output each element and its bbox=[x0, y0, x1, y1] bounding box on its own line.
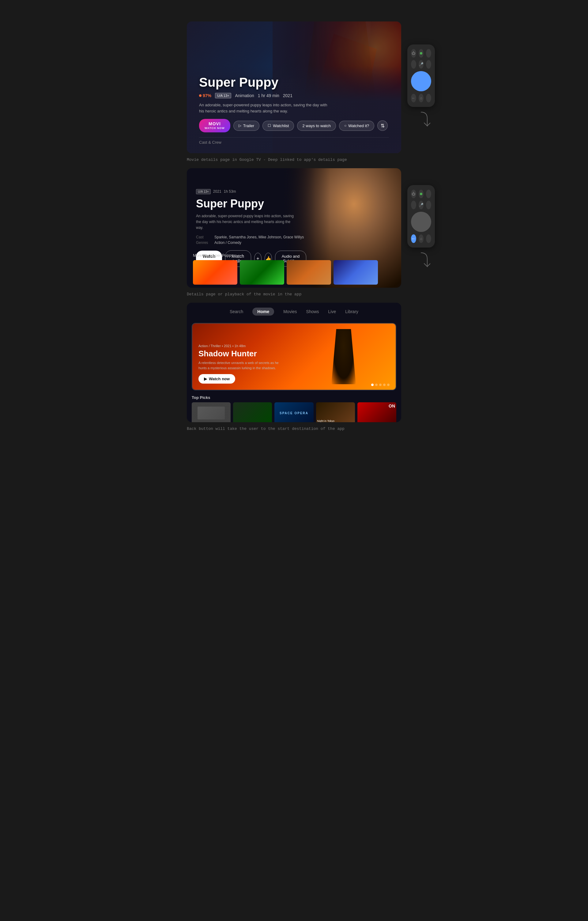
arrow-down-1 bbox=[412, 111, 430, 130]
remote-blank-2 bbox=[411, 60, 416, 68]
watched-it-button[interactable]: ○ Watched it? bbox=[339, 121, 374, 131]
thumb-4[interactable] bbox=[333, 260, 378, 285]
section2-area: U/A 13+ 2021 1h 53m Super Puppy An adora… bbox=[187, 168, 435, 288]
back-arrow-icon: ← bbox=[411, 236, 416, 241]
thumbnails-row bbox=[193, 260, 395, 285]
section1-wrapper: Super Puppy 97% U/A 13+ Animation 1 hr 4… bbox=[187, 21, 435, 168]
pick-thumb-5[interactable]: ON bbox=[357, 402, 396, 422]
dot-3 bbox=[379, 384, 382, 386]
more-like-title: More like Super Puppy bbox=[193, 253, 395, 258]
dot-2 bbox=[375, 384, 378, 386]
hero-genre: Action / Thriller • 2021 • 1h 48m bbox=[198, 344, 284, 348]
section3-area: Search Home Movies Shows Live Library Ac… bbox=[187, 303, 441, 422]
hero-banner[interactable]: Action / Thriller • 2021 • 1h 48m Shadow… bbox=[192, 323, 396, 391]
genres-label: Genres bbox=[196, 241, 211, 245]
more-like-section: More like Super Puppy bbox=[187, 250, 401, 288]
share-icon: ⇅ bbox=[381, 123, 385, 129]
remote2-mid-row: 🎤 bbox=[411, 201, 431, 209]
watchlist-label: Watchlist bbox=[273, 124, 289, 128]
mic-icon-2: 🎤 bbox=[419, 203, 424, 207]
home-button-2[interactable]: ⌂ bbox=[419, 234, 424, 243]
nav-home[interactable]: Home bbox=[252, 308, 274, 316]
watch-now-label: WATCH NOW bbox=[205, 127, 225, 130]
remote2-blank-3 bbox=[426, 201, 431, 209]
thumb-3[interactable] bbox=[287, 260, 331, 285]
power-button[interactable] bbox=[411, 49, 416, 58]
arrow-down-2 bbox=[412, 251, 430, 271]
rating-badge: 97% bbox=[199, 93, 211, 98]
movi-watch-button[interactable]: MOVI WATCH NOW bbox=[199, 119, 230, 132]
app-navigation: Search Home Movies Shows Live Library bbox=[187, 303, 401, 321]
genre: Animation bbox=[235, 93, 254, 98]
hero-content: Action / Thriller • 2021 • 1h 48m Shadow… bbox=[198, 344, 284, 384]
power-icon-2 bbox=[412, 192, 415, 196]
top-picks-title: Top Picks bbox=[192, 395, 396, 400]
remote2-container: 🎤 ← ⌂ bbox=[407, 185, 435, 271]
dot-5 bbox=[387, 384, 390, 386]
hero-title: Shadow Hunter bbox=[198, 349, 284, 358]
back-button-2[interactable]: ← bbox=[411, 234, 416, 243]
home-button-1[interactable]: ⌂ bbox=[419, 94, 424, 103]
remote2-select-button[interactable] bbox=[411, 212, 431, 232]
mic-button[interactable]: 🎤 bbox=[419, 60, 424, 68]
status-light bbox=[419, 49, 424, 58]
hero-figure bbox=[331, 329, 356, 384]
watched-label: Watched it? bbox=[348, 124, 369, 128]
ways-to-watch-button[interactable]: 2 ways to watch bbox=[297, 121, 336, 131]
section3-frame: Search Home Movies Shows Live Library Ac… bbox=[187, 303, 401, 422]
nav-shows[interactable]: Shows bbox=[306, 309, 319, 314]
play-icon-hero: ▶ bbox=[204, 377, 207, 381]
section2-wrapper: U/A 13+ 2021 1h 53m Super Puppy An adora… bbox=[187, 168, 435, 303]
power-icon bbox=[412, 51, 415, 55]
pick-thumb-3[interactable]: SPACE OPERA bbox=[275, 402, 313, 422]
back-button-1[interactable]: ← bbox=[411, 94, 416, 103]
remote-mid-row: 🎤 bbox=[411, 60, 431, 68]
cast-crew-label[interactable]: Cast & Crew bbox=[199, 137, 389, 147]
pick-thumb-1[interactable] bbox=[192, 402, 231, 422]
cast-row: Cast Sparkie, Samantha Jones, Mike Johns… bbox=[196, 235, 306, 239]
mic-button-2[interactable]: 🎤 bbox=[419, 201, 424, 209]
section1-area: Super Puppy 97% U/A 13+ Animation 1 hr 4… bbox=[187, 21, 435, 153]
movie-desc-2: An adorable, super-powered puppy leaps i… bbox=[196, 213, 294, 231]
night-in-tokyo-label: Night in Tokyo bbox=[317, 420, 335, 422]
back-icon: ← bbox=[412, 96, 415, 100]
power-button-2[interactable] bbox=[411, 190, 416, 198]
nav-search[interactable]: Search bbox=[230, 309, 243, 314]
hero-watch-now-button[interactable]: ▶ Watch now bbox=[198, 374, 235, 384]
picks-row: SPACE OPERA Night in Tokyo ON bbox=[192, 402, 396, 422]
trailer-button[interactable]: ▷ Trailer bbox=[233, 121, 259, 131]
age-badge: U/A 13+ bbox=[215, 93, 231, 98]
remote2-nav-row: ← ⌂ bbox=[411, 234, 431, 243]
section3-wrapper: Search Home Movies Shows Live Library Ac… bbox=[187, 303, 441, 437]
home-icon: ⌂ bbox=[420, 96, 422, 100]
movi-logo: MOVI bbox=[209, 121, 221, 127]
bookmark-icon: ☐ bbox=[268, 124, 271, 128]
section2-frame: U/A 13+ 2021 1h 53m Super Puppy An adora… bbox=[187, 168, 401, 288]
remote-blank-3 bbox=[426, 60, 431, 68]
remote-select-button[interactable] bbox=[411, 71, 431, 91]
action-buttons: MOVI WATCH NOW ▷ Trailer ☐ Watchlist 2 bbox=[199, 119, 389, 132]
watchlist-button[interactable]: ☐ Watchlist bbox=[262, 121, 294, 131]
thumb-1[interactable] bbox=[193, 260, 237, 285]
genres-row: Genres Action / Comedy bbox=[196, 241, 306, 245]
more-options-button[interactable]: ⇅ bbox=[377, 120, 388, 131]
pick-thumb-4[interactable]: Night in Tokyo bbox=[316, 402, 355, 422]
age-badge-2: U/A 13+ bbox=[196, 189, 211, 194]
duration: 1 hr 49 min bbox=[258, 93, 279, 98]
meta-badges: U/A 13+ 2021 1h 53m bbox=[196, 189, 306, 194]
trailer-label: Trailer bbox=[243, 124, 254, 128]
remote-control-1: 🎤 ← ⌂ bbox=[407, 44, 435, 107]
nav-live[interactable]: Live bbox=[328, 309, 336, 314]
nav-movies[interactable]: Movies bbox=[283, 309, 297, 314]
remote2-blank-2 bbox=[411, 201, 416, 209]
play-icon: ▷ bbox=[239, 124, 241, 128]
remote2-blank-4 bbox=[426, 234, 431, 243]
rating-dot bbox=[199, 94, 201, 97]
movie-details-overlay: Super Puppy 97% U/A 13+ Animation 1 hr 4… bbox=[187, 66, 401, 153]
nav-library[interactable]: Library bbox=[345, 309, 358, 314]
year-2: 2021 bbox=[213, 189, 221, 194]
pick-thumb-2[interactable] bbox=[233, 402, 272, 422]
duration-2: 1h 53m bbox=[224, 189, 236, 194]
remote-blank-4 bbox=[426, 94, 431, 103]
thumb-2[interactable] bbox=[240, 260, 284, 285]
